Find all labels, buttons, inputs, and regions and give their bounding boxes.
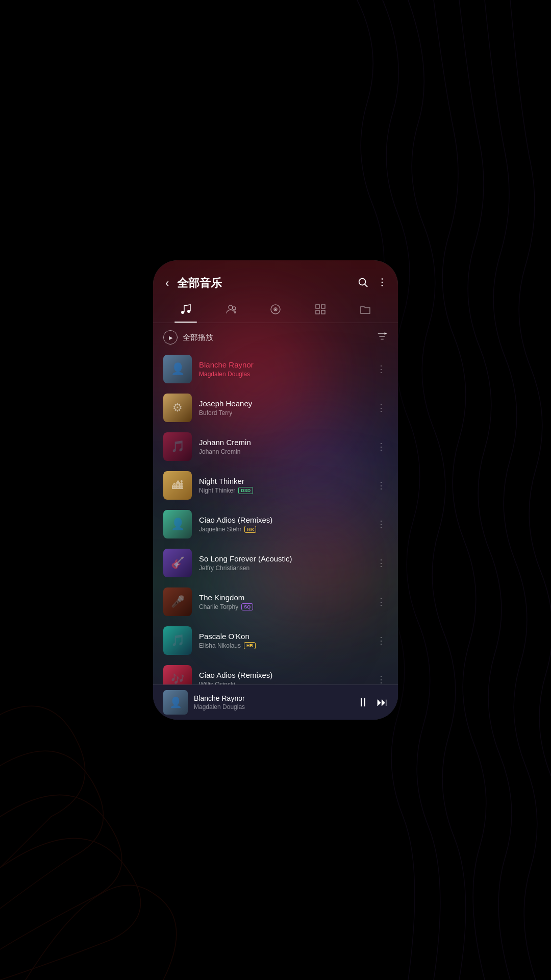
song-more-2[interactable]: ⋮	[374, 400, 388, 415]
svg-point-8	[233, 307, 236, 310]
badge-dsd: DSD	[238, 487, 253, 494]
album-icon	[269, 303, 282, 318]
song-thumb-4: 🏙	[163, 471, 192, 500]
header: ‹ 全部音乐	[153, 260, 398, 298]
svg-rect-14	[316, 310, 319, 314]
badge-sq: SQ	[241, 603, 253, 610]
song-artist-7: Charlie Torphy	[199, 603, 238, 610]
song-thumb-6: 🎸	[163, 549, 192, 577]
song-info-7: The Kingdom Charlie Torphy SQ	[199, 593, 367, 610]
song-more-7[interactable]: ⋮	[374, 594, 388, 609]
song-thumb-8: 🎵	[163, 626, 192, 655]
play-all-button[interactable]	[163, 330, 178, 345]
music-note-icon	[180, 303, 192, 318]
now-playing-thumb-icon: 👤	[169, 696, 182, 708]
song-thumb-3: 🎵	[163, 432, 192, 461]
song-thumb-9: 🎶	[163, 665, 192, 684]
badge-hr: HR	[244, 526, 256, 533]
song-artist-8: Elisha Nikolaus	[199, 642, 241, 649]
song-title-7: The Kingdom	[199, 593, 367, 602]
page-title: 全部音乐	[177, 276, 351, 291]
song-title-1: Blanche Raynor	[199, 360, 367, 369]
song-artist-1: Magdalen Douglas	[199, 371, 250, 378]
tab-folders[interactable]	[343, 298, 388, 323]
tab-songs[interactable]	[163, 298, 208, 323]
song-info-5: Ciao Adios (Remixes) Jaqueline Stehr HR	[199, 516, 367, 533]
song-more-6[interactable]: ⋮	[374, 555, 388, 571]
song-item-2[interactable]: ⚙ Joseph Heaney Buford Terry ⋮	[153, 388, 398, 427]
song-info-4: Night Thinker Night Thinker DSD	[199, 477, 367, 494]
grid-icon	[314, 303, 327, 318]
now-playing-controls: ⏸ ⏭	[357, 695, 388, 709]
badge-hr: HR	[244, 642, 256, 649]
song-artist-9: Willis Osinski	[199, 681, 235, 684]
song-artist-5: Jaqueline Stehr	[199, 526, 241, 533]
now-playing-artist: Magdalen Douglas	[194, 703, 351, 710]
song-item-1[interactable]: 👤 Blanche Raynor Magdalen Douglas ⋮	[153, 350, 398, 388]
song-thumb-2: ⚙	[163, 394, 192, 422]
song-title-8: Pascale O'Kon	[199, 632, 367, 641]
skip-button[interactable]: ⏭	[377, 696, 388, 709]
person-icon	[224, 303, 237, 318]
song-item-5[interactable]: 👤 Ciao Adios (Remixes) Jaqueline Stehr H…	[153, 505, 398, 544]
svg-point-4	[382, 285, 383, 286]
song-title-4: Night Thinker	[199, 477, 367, 485]
svg-rect-13	[321, 305, 325, 308]
svg-point-0	[359, 278, 366, 285]
folder-icon	[359, 303, 371, 318]
svg-point-5	[181, 311, 184, 314]
now-playing-title: Blanche Raynor	[194, 694, 351, 702]
song-thumb-1: 👤	[163, 355, 192, 383]
tab-albums[interactable]	[253, 298, 298, 323]
svg-rect-15	[321, 310, 325, 314]
song-artist-4: Night Thinker	[199, 487, 235, 494]
song-info-3: Johann Cremin Johann Cremin	[199, 438, 367, 455]
play-all-bar: 全部播放	[153, 325, 398, 350]
song-thumb-7: 🎤	[163, 587, 192, 616]
song-title-2: Joseph Heaney	[199, 399, 367, 408]
song-more-9[interactable]: ⋮	[374, 672, 388, 684]
song-info-2: Joseph Heaney Buford Terry	[199, 399, 367, 416]
song-info-1: Blanche Raynor Magdalen Douglas	[199, 360, 367, 378]
svg-point-2	[382, 278, 383, 280]
song-item-7[interactable]: 🎤 The Kingdom Charlie Torphy SQ ⋮	[153, 582, 398, 621]
now-playing-thumb: 👤	[163, 690, 188, 715]
now-playing-bar[interactable]: 👤 Blanche Raynor Magdalen Douglas ⏸ ⏭	[153, 684, 398, 720]
filter-icon[interactable]	[377, 331, 388, 345]
more-icon[interactable]	[377, 277, 388, 290]
song-title-9: Ciao Adios (Remixes)	[199, 671, 367, 679]
song-info-9: Ciao Adios (Remixes) Willis Osinski	[199, 671, 367, 684]
song-artist-3: Johann Cremin	[199, 448, 240, 455]
svg-rect-12	[316, 305, 319, 308]
song-item-9[interactable]: 🎶 Ciao Adios (Remixes) Willis Osinski ⋮	[153, 660, 398, 684]
song-item-8[interactable]: 🎵 Pascale O'Kon Elisha Nikolaus HR ⋮	[153, 621, 398, 660]
song-artist-6: Jeffry Christiansen	[199, 565, 249, 572]
now-playing-info: Blanche Raynor Magdalen Douglas	[194, 694, 351, 710]
song-more-4[interactable]: ⋮	[374, 478, 388, 493]
svg-point-3	[382, 281, 383, 283]
svg-point-6	[187, 310, 190, 313]
song-artist-2: Buford Terry	[199, 409, 232, 416]
svg-point-11	[275, 309, 276, 310]
svg-point-7	[229, 305, 233, 309]
tab-bar	[153, 298, 398, 323]
song-more-8[interactable]: ⋮	[374, 633, 388, 648]
song-title-6: So Long Forever (Acoustic)	[199, 554, 367, 563]
song-info-6: So Long Forever (Acoustic) Jeffry Christ…	[199, 554, 367, 572]
song-item-4[interactable]: 🏙 Night Thinker Night Thinker DSD ⋮	[153, 466, 398, 505]
back-button[interactable]: ‹	[163, 275, 171, 292]
svg-line-1	[365, 284, 367, 287]
tab-artists[interactable]	[208, 298, 253, 323]
song-info-8: Pascale O'Kon Elisha Nikolaus HR	[199, 632, 367, 649]
song-item-6[interactable]: 🎸 So Long Forever (Acoustic) Jeffry Chri…	[153, 544, 398, 582]
search-icon[interactable]	[357, 277, 368, 290]
tab-playlists[interactable]	[298, 298, 343, 323]
song-title-3: Johann Cremin	[199, 438, 367, 447]
song-title-5: Ciao Adios (Remixes)	[199, 516, 367, 524]
song-more-3[interactable]: ⋮	[374, 439, 388, 454]
song-item-3[interactable]: 🎵 Johann Cremin Johann Cremin ⋮	[153, 427, 398, 466]
song-thumb-5: 👤	[163, 510, 192, 538]
song-more-5[interactable]: ⋮	[374, 517, 388, 532]
pause-button[interactable]: ⏸	[357, 695, 369, 709]
song-more-1[interactable]: ⋮	[374, 361, 388, 377]
